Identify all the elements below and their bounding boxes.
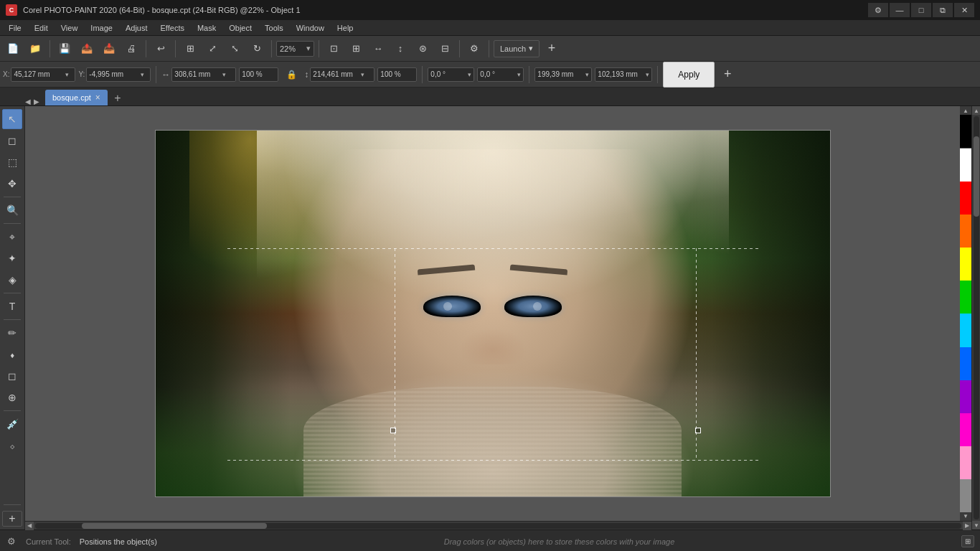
palette-scroll-down[interactable]: ▼ (960, 512, 971, 521)
selection-tool[interactable]: ⬚ (2, 152, 22, 172)
palette-yellow[interactable] (960, 248, 971, 281)
launch-button[interactable]: Launch ▾ (494, 40, 540, 57)
rotate-button[interactable]: ↻ (247, 39, 267, 59)
lock-button[interactable]: 🔒 (281, 65, 301, 85)
settings-button[interactable]: ⚙ (868, 3, 888, 17)
pos2-input[interactable] (598, 70, 644, 78)
x-unit-dropdown[interactable]: ▾ (65, 71, 69, 78)
zoom-out-button[interactable]: ⊟ (435, 39, 455, 59)
menu-help[interactable]: Help (331, 22, 359, 34)
rot1-dropdown[interactable]: ▾ (468, 71, 471, 78)
zoom-fit-button[interactable]: ⊞ (346, 39, 366, 59)
palette-green[interactable] (960, 281, 971, 314)
width-coord-box[interactable]: ▾ (171, 67, 236, 82)
height-input[interactable] (313, 70, 359, 78)
pos1-box[interactable]: ▾ (534, 67, 592, 82)
menu-adjust[interactable]: Adjust (120, 22, 154, 34)
scroll-left-button[interactable]: ◀ (25, 522, 34, 530)
x-coord-input[interactable] (14, 70, 64, 78)
freehand-tool[interactable]: ⌖ (2, 227, 22, 247)
height-coord-box[interactable]: ▾ (310, 67, 374, 82)
text-tool[interactable]: T (2, 296, 22, 316)
new-button[interactable]: 📄 (3, 39, 23, 59)
palette-red[interactable] (960, 182, 971, 215)
zoom-dropdown-icon[interactable]: ▾ (306, 44, 311, 53)
height-unit-dropdown[interactable]: ▾ (361, 71, 364, 78)
settings-toolbar-button[interactable]: ⚙ (464, 39, 484, 59)
magic-wand-tool[interactable]: ✦ (2, 248, 22, 268)
v-scroll-thumb[interactable] (974, 136, 979, 217)
fill-tool[interactable]: ⬧ (2, 344, 22, 364)
menu-window[interactable]: Window (291, 22, 330, 34)
zoom-width-button[interactable]: ↔ (368, 39, 388, 59)
width-percent-input[interactable] (242, 70, 274, 78)
move-tool[interactable]: ✥ (2, 174, 22, 194)
tab-add-button[interactable]: + (110, 91, 125, 105)
v-scroll-track[interactable] (974, 116, 979, 519)
y-unit-dropdown[interactable]: ▾ (141, 71, 144, 78)
brush-tool[interactable]: ✏ (2, 323, 22, 343)
menu-file[interactable]: File (3, 22, 27, 34)
menu-object[interactable]: Object (223, 22, 258, 34)
close-button[interactable]: ✕ (954, 3, 974, 17)
eraser-tool[interactable]: ◻ (2, 366, 22, 386)
palette-black[interactable] (960, 115, 971, 148)
mask-transform-tool[interactable]: ◻ (2, 131, 22, 151)
menu-image[interactable]: Image (85, 22, 118, 34)
add-preset-button[interactable]: + (717, 65, 738, 85)
zoom-100-button[interactable]: ⊛ (413, 39, 433, 59)
tab-nav-right[interactable]: ▶ (34, 98, 39, 105)
width-percent-box[interactable] (239, 67, 278, 82)
zoom-height-button[interactable]: ↕ (390, 39, 410, 59)
v-scrollbar[interactable]: ▲ ▼ (971, 106, 980, 529)
width-unit-dropdown[interactable]: ▾ (222, 71, 226, 78)
x-coord-box[interactable]: ▾ (11, 67, 75, 82)
palette-cyan[interactable] (960, 314, 971, 347)
tab-nav-left[interactable]: ◀ (25, 98, 31, 105)
undo-button[interactable]: ↩ (151, 39, 171, 59)
restore-button[interactable]: ⧉ (933, 3, 953, 17)
apply-button[interactable]: Apply (663, 62, 715, 88)
add-tool-button[interactable]: + (542, 39, 562, 59)
fit-page-button[interactable]: ⊡ (324, 39, 344, 59)
scroll-right-button[interactable]: ▶ (963, 522, 971, 530)
scroll-up-button[interactable]: ▲ (972, 106, 980, 115)
y-coord-box[interactable]: ▾ (86, 67, 151, 82)
rot1-input[interactable] (430, 70, 466, 78)
y-coord-input[interactable] (89, 70, 139, 78)
canvas-area[interactable] (25, 106, 960, 521)
palette-scroll-up[interactable]: ▲ (960, 106, 971, 115)
save-button[interactable]: 💾 (55, 39, 75, 59)
zoom-tool[interactable]: 🔍 (2, 200, 22, 220)
color-select-tool[interactable]: ◈ (2, 270, 22, 290)
rot2-input[interactable] (480, 70, 516, 78)
export2-button[interactable]: 📥 (99, 39, 119, 59)
palette-blue[interactable] (960, 347, 971, 380)
menu-view[interactable]: View (55, 22, 84, 34)
menu-edit[interactable]: Edit (29, 22, 54, 34)
menu-mask[interactable]: Mask (192, 22, 222, 34)
h-scroll-track[interactable] (35, 523, 961, 529)
rot1-box[interactable]: ▾ (428, 67, 474, 82)
height-percent-input[interactable] (380, 70, 413, 78)
paint-bucket-tool[interactable]: ⬦ (2, 435, 22, 456)
doc-tab-close-icon[interactable]: × (95, 93, 100, 103)
maximize-button[interactable]: □ (911, 3, 931, 17)
pos2-dropdown[interactable]: ▾ (646, 71, 649, 78)
palette-pink[interactable] (960, 446, 971, 479)
transform-button[interactable]: ⊞ (180, 39, 200, 59)
menu-effects[interactable]: Effects (155, 22, 190, 34)
palette-gray[interactable] (960, 479, 971, 512)
print-button[interactable]: 🖨 (121, 39, 141, 59)
pointer-tool[interactable]: ↖ (2, 109, 22, 129)
open-button[interactable]: 📁 (25, 39, 45, 59)
palette-purple[interactable] (960, 380, 971, 413)
scroll-down-button[interactable]: ▼ (972, 521, 980, 529)
minimize-button[interactable]: — (890, 3, 910, 17)
pos1-dropdown[interactable]: ▾ (585, 71, 589, 78)
width-input[interactable] (174, 70, 221, 78)
rot2-dropdown[interactable]: ▾ (517, 71, 521, 78)
h-scrollbar[interactable]: ◀ ▶ (25, 521, 971, 529)
zoom-box[interactable]: 22% ▾ (276, 41, 314, 57)
add-tool-panel-button[interactable]: + (2, 511, 22, 527)
